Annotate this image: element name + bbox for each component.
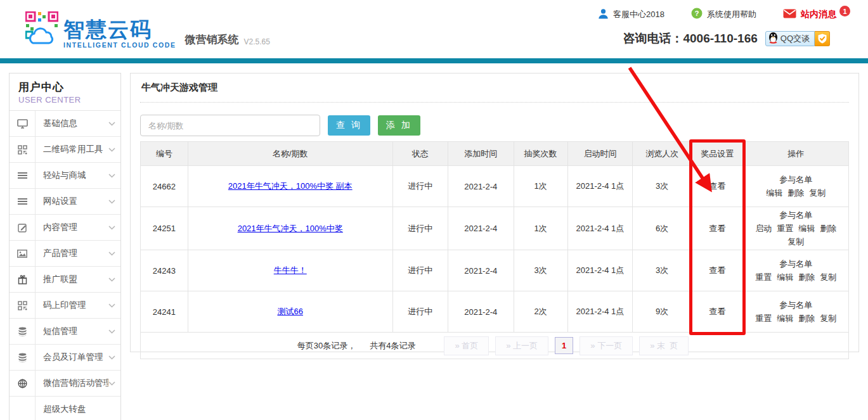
sidebar-item-product-mgmt[interactable]: 产品管理 — [10, 241, 120, 267]
qrcode-icon — [10, 293, 36, 318]
action-participants[interactable]: 参与名单 — [779, 210, 812, 220]
game-name-cell: 牛牛牛！ — [188, 250, 392, 291]
draw-count: 1次 — [514, 166, 567, 207]
view-prizes-link[interactable]: 查看 — [709, 181, 725, 191]
sidebar-item-basic-info[interactable]: 基础信息 — [10, 111, 120, 137]
game-name-link[interactable]: 测试66 — [278, 307, 303, 316]
game-name-link[interactable]: 2021年牛气冲天，100%中奖 副本 — [228, 181, 353, 191]
pagination-prev-button[interactable]: » 上一页 — [495, 336, 548, 355]
qq-chat-label: QQ交谈 — [781, 33, 810, 44]
table-row: 242512021年牛气冲天，100%中奖进行中2021-2-41次2021-2… — [141, 207, 849, 250]
sidebar-item-print-code-mgmt[interactable]: 码上印管理 — [10, 293, 120, 319]
pagination-next-button[interactable]: » 下一页 — [580, 336, 633, 355]
image-icon — [10, 241, 36, 266]
action-participants[interactable]: 参与名单 — [779, 175, 812, 184]
sidebar-item-content-mgmt[interactable]: 内容管理 — [10, 215, 120, 241]
globe-icon — [10, 371, 36, 396]
chevron-down-icon — [108, 277, 115, 282]
top-header: 智慧云码 INTELLIGENT CLOUD CODE 微营销系统 V2.5.6… — [0, 0, 868, 58]
add-button[interactable]: 添 加 — [378, 115, 420, 136]
view-count: 3次 — [633, 250, 692, 291]
action-delete[interactable]: 删除 — [798, 314, 815, 323]
game-name-link[interactable]: 2021年牛气冲天，100%中奖 — [238, 224, 343, 233]
table-row: 24241测试66进行中2021-2-42次2021-2-4 1点9次查看参与名… — [141, 291, 849, 333]
action-reset[interactable]: 重置 — [755, 314, 772, 323]
qq-verified-shield-icon — [815, 31, 830, 46]
pagination-last-button[interactable]: » 末 页 — [639, 336, 689, 355]
sidebar-subtitle: USER CENTER — [18, 95, 112, 105]
table-row: 24243牛牛牛！进行中2021-2-43次2021-2-4 1点3次查看参与名… — [141, 250, 849, 291]
column-header-prize: 奖品设置 — [692, 142, 744, 166]
app-screen: 智慧云码 INTELLIGENT CLOUD CODE 微营销系统 V2.5.6… — [0, 0, 868, 420]
sidebar-item-label: 短信管理 — [36, 326, 108, 337]
product-name: 微营销系统 — [185, 32, 239, 48]
sidebar-item-lite-site-mall[interactable]: 轻站与商城 — [10, 163, 120, 189]
logo-qrcode-cloud-icon — [25, 11, 58, 48]
sidebar-item-label: 网站设置 — [36, 196, 108, 207]
sidebar-item-label: 码上印管理 — [36, 300, 108, 311]
draw-count: 1次 — [514, 207, 567, 250]
action-delete[interactable]: 删除 — [820, 224, 836, 233]
action-copy[interactable]: 复制 — [787, 237, 804, 246]
sidebar-item-site-settings[interactable]: 网站设置 — [10, 189, 120, 215]
pagination-page-1-button[interactable]: 1 — [555, 337, 573, 354]
qq-chat-button[interactable]: QQ交谈 — [765, 31, 830, 46]
sidebar-item-label: 轻站与商城 — [36, 170, 108, 181]
column-header-draws: 抽奖次数 — [514, 142, 567, 166]
page-title: 牛气冲天游戏管理 — [140, 73, 849, 103]
action-delete[interactable]: 删除 — [798, 272, 815, 282]
action-copy[interactable]: 复制 — [820, 272, 836, 282]
action-edit[interactable]: 编辑 — [766, 188, 782, 198]
action-edit[interactable]: 编辑 — [777, 272, 793, 282]
chevron-down-icon — [108, 303, 115, 308]
action-edit[interactable]: 编辑 — [777, 314, 793, 323]
added-time: 2021-2-4 — [448, 207, 514, 250]
sidebar-item-label: 微信营销活动管理 — [36, 378, 108, 389]
pagination-first-button[interactable]: » 首页 — [444, 336, 489, 355]
row-id: 24251 — [141, 207, 188, 250]
view-prizes-link[interactable]: 查看 — [709, 224, 725, 233]
column-header-status: 状态 — [392, 142, 448, 166]
game-name-cell: 测试66 — [188, 291, 392, 333]
action-participants[interactable]: 参与名单 — [779, 259, 812, 269]
action-reset[interactable]: 重置 — [755, 272, 772, 282]
prize-settings-cell: 查看 — [692, 291, 744, 333]
view-prizes-link[interactable]: 查看 — [709, 307, 725, 316]
pagination-bar: 每页30条记录， 共有4条记录 » 首页» 上一页1» 下一页» 末 页 — [140, 333, 849, 359]
action-copy[interactable]: 复制 — [820, 314, 836, 323]
start-time: 2021-2-4 1点 — [567, 291, 633, 333]
phone-row: 咨询电话：4006-110-166 QQ交谈 — [623, 30, 830, 47]
sidebar-item-wechat-marketing-mgmt[interactable]: 微信营销活动管理 — [10, 371, 120, 397]
sidebar-item-label: 产品管理 — [36, 248, 108, 259]
sidebar-item-member-order-mgmt[interactable]: 会员及订单管理 — [10, 345, 120, 371]
sidebar-item-promotion-alliance[interactable]: 推广联盟 — [10, 267, 120, 293]
action-start[interactable]: 启动 — [755, 224, 772, 233]
help-link[interactable]: ? 系统使用帮助 — [691, 8, 756, 21]
sidebar-icon-empty — [10, 397, 36, 420]
logo-subtitle: INTELLIGENT CLOUD CODE — [63, 42, 176, 49]
sidebar-item-label: 内容管理 — [36, 222, 108, 233]
actions-cell: 参与名单重置编辑删除复制 — [743, 291, 848, 333]
action-reset[interactable]: 重置 — [777, 224, 793, 233]
search-input[interactable] — [140, 115, 320, 136]
row-id: 24243 — [141, 250, 188, 291]
action-delete[interactable]: 删除 — [787, 188, 804, 198]
top-nav: 客服中心2018 ? 系统使用帮助 站内消息 1 — [598, 8, 850, 21]
svg-text:?: ? — [694, 10, 699, 17]
sidebar-item-super-wheel[interactable]: 超级大转盘 — [10, 397, 120, 420]
messages-link[interactable]: 站内消息 1 — [783, 9, 850, 20]
table-row: 246622021年牛气冲天，100%中奖 副本进行中2021-2-41次202… — [141, 166, 849, 207]
view-prizes-link[interactable]: 查看 — [709, 265, 725, 275]
gift-icon — [10, 267, 36, 292]
game-name-link[interactable]: 牛牛牛！ — [274, 265, 307, 275]
query-button[interactable]: 查 询 — [328, 115, 370, 136]
sidebar-item-qrcode-tools[interactable]: 二维码常用工具 — [10, 137, 120, 163]
sidebar-item-sms-mgmt[interactable]: 短信管理 — [10, 319, 120, 345]
help-label: 系统使用帮助 — [707, 9, 756, 20]
action-edit[interactable]: 编辑 — [798, 224, 815, 233]
draw-count: 2次 — [514, 291, 567, 333]
account-link[interactable]: 客服中心2018 — [598, 8, 664, 21]
action-participants[interactable]: 参与名单 — [779, 300, 812, 310]
actions-cell: 参与名单重置编辑删除复制 — [743, 250, 848, 291]
action-copy[interactable]: 复制 — [809, 188, 826, 198]
